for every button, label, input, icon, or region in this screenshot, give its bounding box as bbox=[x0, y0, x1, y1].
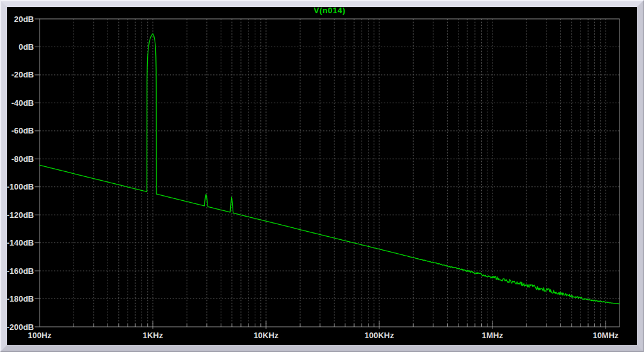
x-axis-tick-labels: 100Hz1KHz10KHz100KHz1MHz10MHz bbox=[28, 321, 619, 340]
y-axis-tick-labels: 20dB0dB-20dB-40dB-60dB-80dB-100dB-120dB-… bbox=[7, 14, 40, 332]
y-axis-label: -80dB bbox=[11, 154, 34, 164]
x-axis-label: 10MHz bbox=[592, 331, 619, 340]
grid-lines bbox=[40, 19, 619, 327]
y-axis-label: -180dB bbox=[7, 294, 34, 304]
fft-trace[interactable] bbox=[40, 34, 619, 304]
fft-plot-window: 20dB0dB-20dB-40dB-60dB-80dB-100dB-120dB-… bbox=[0, 0, 644, 352]
y-axis-label: -160dB bbox=[7, 266, 34, 276]
y-axis-label: -40dB bbox=[11, 98, 34, 108]
fft-plot-canvas[interactable]: 20dB0dB-20dB-40dB-60dB-80dB-100dB-120dB-… bbox=[0, 0, 644, 352]
y-axis-label: 0dB bbox=[18, 42, 34, 52]
y-axis-label: -140dB bbox=[7, 238, 34, 247]
x-axis-label: 1MHz bbox=[482, 331, 503, 340]
y-axis-label: 20dB bbox=[14, 14, 34, 24]
x-axis-label: 100KHz bbox=[365, 331, 394, 340]
axis-frame bbox=[40, 19, 619, 327]
y-axis-label: -100dB bbox=[7, 182, 34, 191]
x-axis-label: 100Hz bbox=[28, 331, 52, 340]
x-axis-label: 10KHz bbox=[253, 331, 279, 340]
y-axis-label: -60dB bbox=[11, 126, 34, 135]
y-axis-label: -120dB bbox=[7, 210, 34, 220]
x-axis-label: 1KHz bbox=[143, 331, 164, 340]
trace-legend-label[interactable]: V(n014) bbox=[40, 6, 619, 16]
y-axis-label: -20dB bbox=[11, 70, 34, 79]
